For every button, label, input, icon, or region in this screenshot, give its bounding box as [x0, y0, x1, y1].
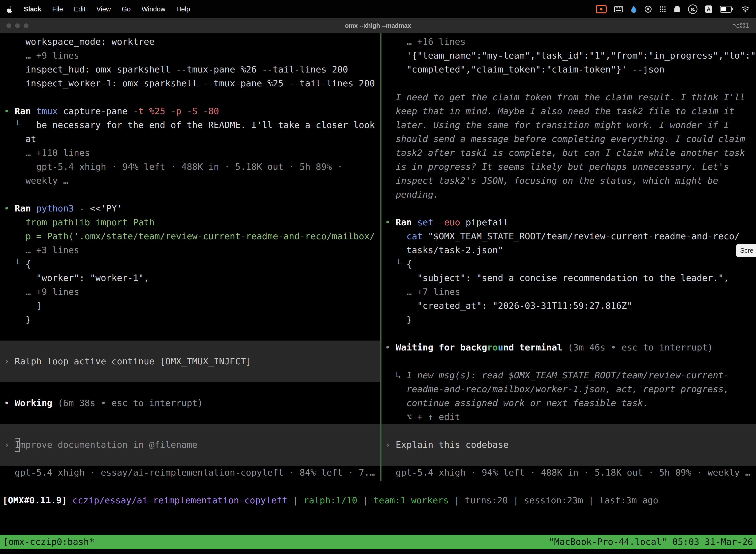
text-segment: 1 new msg(s): read $OMX_TEAM_STATE_ROOT/… — [406, 370, 729, 380]
terminal-row: inspect task2's JSON, focusing on the st… — [381, 174, 756, 188]
terminal-row: … +9 lines — [0, 49, 380, 63]
tmux-pane-left[interactable]: workspace_mode: worktree … +9 lines insp… — [0, 33, 380, 481]
terminal-row: from pathlib import Path — [0, 215, 380, 229]
text-segment: inspect_hud: omx sparkshell --tmux-pane … — [4, 64, 348, 74]
text-segment: └ — [385, 259, 406, 269]
text-segment: task2 after task1 is complete, but can I… — [385, 148, 745, 158]
terminal-row: later. Using the same for transition mig… — [381, 118, 756, 132]
prompt-band-row[interactable] — [0, 340, 380, 354]
prompt-band-row[interactable] — [0, 368, 380, 382]
terminal-row: '{"team_name":"my-team","task_id":"1","f… — [381, 49, 756, 63]
text-segment: gpt-5.4 xhigh · 94% left · 488K in · 5.1… — [385, 467, 751, 478]
text-segment: gpt-5.4 xhigh · essay/ai-reimplementatio… — [4, 467, 375, 478]
text-segment: readme-and-reco/mailbox/worker-1.json, a… — [385, 384, 729, 394]
text-segment: workspace_mode: worktree — [4, 37, 154, 47]
text-segment: -euo — [439, 217, 465, 227]
terminal-row — [381, 76, 756, 90]
terminal-row: is in progress? It seems likely but perh… — [381, 160, 756, 174]
screen: Slack FileEditViewGoWindowHelp 61 A — [0, 0, 756, 554]
menu-bar: Slack FileEditViewGoWindowHelp 61 A — [0, 0, 756, 18]
app-circle-icon[interactable] — [644, 5, 652, 13]
menu-edit[interactable]: Edit — [74, 0, 85, 18]
terminal-row: … +110 lines — [0, 146, 380, 160]
text-segment: … +110 lines — [4, 148, 90, 158]
terminal-row: I need to get the claim token from the c… — [381, 90, 756, 104]
text-segment: Ralph loop active continue [OMX_TMUX_INJ… — [15, 356, 251, 366]
app-menu-slack[interactable]: Slack — [24, 0, 42, 18]
terminal-row — [381, 202, 756, 215]
text-segment: … +9 lines — [4, 50, 79, 61]
terminal-row: gpt-5.4 xhigh · 94% left · 488K in · 5.1… — [381, 466, 756, 480]
ghost-icon[interactable] — [674, 5, 681, 13]
text-segment: } — [385, 315, 412, 325]
terminal-row: "worker": "worker-1", — [0, 271, 380, 285]
battery-percent: 61 — [691, 7, 695, 11]
terminal-row: ⌥ + ↑ edit — [381, 410, 756, 424]
text-segment: › — [4, 440, 15, 450]
status-segment: | — [358, 495, 374, 505]
text-segment: ro — [487, 342, 498, 352]
text-segment: pending. — [385, 189, 439, 200]
terminal-row: keep that in mind. Maybe I also need the… — [381, 104, 756, 118]
text-segment: later. Using the same for transition mig… — [385, 120, 729, 130]
keyboard-icon[interactable] — [614, 6, 623, 12]
battery-gauge-icon[interactable]: 61 — [688, 4, 697, 14]
terminal-row — [0, 327, 380, 340]
apple-menu[interactable] — [6, 5, 13, 13]
status-segment: team:1 workers — [374, 495, 449, 505]
minimize-button[interactable] — [15, 23, 20, 28]
prompt-band-row[interactable]: › Improve documentation in @filename — [0, 438, 380, 452]
screen-share-tooltip-text: Scre — [740, 247, 753, 254]
text-segment: { — [25, 259, 31, 269]
text-segment: I need to get the claim token from the c… — [385, 92, 745, 102]
text-segment: › — [4, 356, 15, 366]
text-segment: cat — [406, 231, 428, 241]
zoom-button[interactable] — [24, 23, 28, 28]
terminal-row: "completed","claim_token":"claim-token"}… — [381, 63, 756, 76]
text-segment: … +3 lines — [4, 245, 79, 255]
text-segment: '{"team_name":"my-team","task_id":"1","f… — [385, 50, 756, 61]
prompt-band-row[interactable] — [0, 424, 380, 438]
status-segment: ralph:1/10 — [304, 495, 358, 505]
menu-bar-left: Slack FileEditViewGoWindowHelp — [6, 0, 190, 18]
menu-window[interactable]: Window — [142, 0, 166, 18]
prompt-band-row[interactable] — [381, 424, 756, 438]
text-segment: … +7 lines — [385, 287, 460, 297]
terminal-row: • Waiting for background terminal (3m 46… — [381, 340, 756, 354]
prompt-band-row[interactable]: › Ralph loop active continue [OMX_TMUX_I… — [0, 354, 380, 368]
menu-help[interactable]: Help — [176, 0, 190, 18]
terminal-row: tasks/task-2.json" — [381, 243, 756, 257]
menu-file[interactable]: File — [52, 0, 63, 18]
text-segment: pipefail — [465, 217, 508, 227]
window-title-bar: omx --xhigh --madmax ⌥⌘1 — [0, 18, 756, 33]
terminal-row: … +9 lines — [0, 285, 380, 299]
tmux-pane-right[interactable]: … +16 lines '{"team_name":"my-team","tas… — [381, 33, 756, 481]
wifi-icon[interactable] — [741, 6, 750, 13]
dots-grid-icon[interactable] — [659, 6, 666, 13]
terminal-row: gpt-5.4 xhigh · 94% left · 488K in · 5.1… — [0, 160, 380, 174]
text-segment: • — [385, 342, 396, 352]
terminal-row: } — [381, 313, 756, 327]
menu-bar-status-icons: 61 A — [596, 4, 750, 14]
prompt-band-row[interactable] — [0, 452, 380, 466]
text-segment: from pathlib import Path — [4, 217, 154, 227]
screen-recording-indicator[interactable] — [596, 5, 607, 13]
prompt-band-row[interactable]: › Explain this codebase — [381, 438, 756, 452]
drop-icon[interactable] — [630, 5, 637, 13]
tmux-host-clock: "MacBook-Pro-44.local" 05:03 31-Mar-26 — [549, 535, 753, 549]
terminal: workspace_mode: worktree … +9 lines insp… — [0, 33, 756, 481]
terminal-row — [0, 382, 380, 396]
close-button[interactable] — [6, 23, 11, 28]
menu-go[interactable]: Go — [122, 0, 131, 18]
text-segment: ] — [4, 300, 42, 311]
text-segment: tmux — [36, 106, 63, 116]
menu-view[interactable]: View — [97, 0, 111, 18]
text-segment: at — [4, 134, 36, 144]
battery-icon[interactable] — [720, 6, 732, 13]
prompt-band-row[interactable] — [381, 452, 756, 466]
terminal-row — [381, 354, 756, 368]
terminal-row: weekly … — [0, 174, 380, 188]
text-segment: weekly … — [4, 175, 68, 186]
input-source-icon[interactable]: A — [705, 5, 712, 13]
text-segment: inspect_worker-1: omx sparkshell --tmux-… — [4, 78, 375, 88]
